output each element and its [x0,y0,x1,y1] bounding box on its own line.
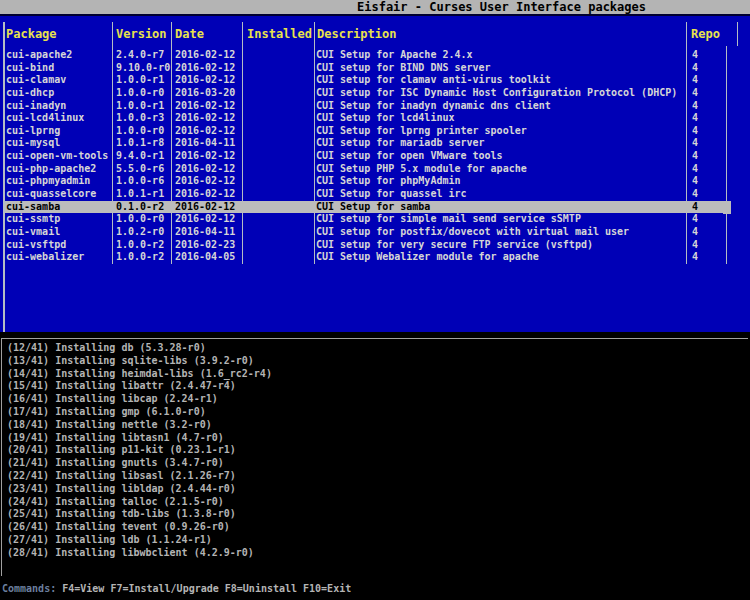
version-cell: 1.0.0-r0 [116,87,164,100]
terminal-line: (26/41) Installing tevent (0.9.26-r0) [7,521,747,534]
scrollbar-thumb[interactable] [723,201,731,214]
description-cell: CUI setup for clamav anti-virus toolkit [316,74,551,87]
repo-cell: 4 [692,226,698,239]
package-cell: cui-lprng [6,125,60,138]
repo-cell: 4 [692,87,698,100]
date-cell: 2016-02-12 [175,125,235,138]
version-cell: 1.0.0-r3 [116,112,164,125]
column-header-repo: Repo [691,22,720,46]
package-cell: cui-open-vm-tools [6,150,108,163]
status-bar-label: Commands: [2,583,56,594]
terminal-left-border [1,338,2,576]
app-title: Eisfair - Curses User Interface packages [357,0,646,14]
table-row-cui-lprng[interactable]: cui-lprng1.0.0-r02016-02-12CUI Setup for… [0,125,750,138]
table-row-cui-samba[interactable]: cui-samba0.1.0-r22016-02-12CUI Setup for… [0,201,750,214]
package-cell: cui-inadyn [6,100,66,113]
description-cell: CUI Setup for inadyn dynamic dns client [316,100,551,113]
description-cell: CUI setup for ISC Dynamic Host Configura… [316,87,677,100]
eisfair-package-manager-screen: Eisfair - Curses User Interface packages… [0,0,750,600]
version-cell: 1.0.1-r1 [116,188,164,201]
terminal-line: (16/41) Installing libcap (2.24-r1) [7,393,747,406]
version-cell: 1.0.0-r0 [116,213,164,226]
date-cell: 2016-02-12 [175,188,235,201]
description-cell: CUI setup for open VMware tools [316,150,503,163]
date-cell: 2016-02-12 [175,100,235,113]
repo-cell: 4 [692,213,698,226]
table-row-cui-clamav[interactable]: cui-clamav1.0.0-r12016-02-12CUI setup fo… [0,74,750,87]
table-row-cui-ssmtp[interactable]: cui-ssmtp1.0.0-r02016-02-12CUI setup for… [0,213,750,226]
version-cell: 1.0.0-r2 [116,239,164,252]
scrollbar-track[interactable] [726,46,727,264]
table-row-cui-php-apache2[interactable]: cui-php-apache25.5.0-r62016-02-12CUI Set… [0,163,750,176]
table-row-cui-phpmyadmin[interactable]: cui-phpmyadmin1.0.0-r62016-02-12CUI Setu… [0,175,750,188]
status-bar-commands: F4=View F7=Install/Upgrade F8=Uninstall … [62,583,351,594]
package-cell: cui-webalizer [6,251,84,264]
version-cell: 0.1.0-r2 [116,201,164,214]
terminal-line: (18/41) Installing nettle (3.2-r0) [7,419,747,432]
table-row-cui-quasselcore[interactable]: cui-quasselcore1.0.1-r12016-02-12CUI Set… [0,188,750,201]
repo-cell: 4 [692,163,698,176]
terminal-line: (28/41) Installing libwbclient (4.2.9-r0… [7,547,747,560]
table-row-cui-vsftpd[interactable]: cui-vsftpd1.0.0-r22016-02-23CUI setup fo… [0,239,750,252]
terminal-line: (25/41) Installing tdb-libs (1.3.8-r0) [7,508,747,521]
terminal-line: (24/41) Installing talloc (2.1.5-r0) [7,496,747,509]
version-cell: 9.4.0-r1 [116,150,164,163]
date-cell: 2016-02-12 [175,163,235,176]
version-cell: 2.4.0-r7 [116,49,164,62]
version-cell: 1.0.0-r0 [116,125,164,138]
repo-cell: 4 [692,137,698,150]
package-cell: cui-phpmyadmin [6,175,90,188]
package-cell: cui-ssmtp [6,213,60,226]
table-row-cui-vmail[interactable]: cui-vmail1.0.2-r02016-04-11CUI setup for… [0,226,750,239]
package-cell: cui-samba [6,201,60,214]
table-row-cui-inadyn[interactable]: cui-inadyn1.0.0-r12016-02-12CUI Setup fo… [0,100,750,113]
repo-cell: 4 [692,201,698,214]
table-row-cui-webalizer[interactable]: cui-webalizer1.0.0-r22016-04-05CUI Setup… [0,251,750,264]
column-header-date: Date [175,22,204,46]
package-cell: cui-quasselcore [6,188,96,201]
table-row-cui-lcd4linux[interactable]: cui-lcd4linux1.0.0-r32016-02-12CUI Setup… [0,112,750,125]
description-cell: CUI Setup for samba [316,201,430,214]
version-cell: 1.0.1-r8 [116,137,164,150]
terminal-line: (13/41) Installing sqlite-libs (3.9.2-r0… [7,355,747,368]
table-row-cui-dhcp[interactable]: cui-dhcp1.0.0-r02016-03-20CUI setup for … [0,87,750,100]
date-cell: 2016-02-12 [175,213,235,226]
column-header-package: Package [6,22,57,46]
date-cell: 2016-04-11 [175,137,235,150]
description-cell: CUI setup for mariadb server [316,137,485,150]
terminal-line: (21/41) Installing gnutls (3.4.7-r0) [7,457,747,470]
description-cell: CUI Setup for quassel irc [316,188,467,201]
terminal-line: (23/41) Installing libldap (2.4.44-r0) [7,483,747,496]
table-row-cui-bind[interactable]: cui-bind9.10.0-r02016-02-12CUI setup for… [0,62,750,75]
table-row-cui-open-vm-tools[interactable]: cui-open-vm-tools9.4.0-r12016-02-12CUI s… [0,150,750,163]
status-bar: Commands: F4=View F7=Install/Upgrade F8=… [2,582,351,596]
version-cell: 5.5.0-r6 [116,163,164,176]
repo-cell: 4 [692,188,698,201]
repo-cell: 4 [692,239,698,252]
table-row-cui-mysql[interactable]: cui-mysql1.0.1-r82016-04-11CUI setup for… [0,137,750,150]
package-table-panel: PackageVersionDateInstalledDescriptionRe… [0,16,750,332]
description-cell: CUI setup for BIND DNS server [316,62,491,75]
date-cell: 2016-02-12 [175,62,235,75]
column-header-description: Description [317,22,396,46]
package-cell: cui-mysql [6,137,60,150]
version-cell: 1.0.0-r1 [116,100,164,113]
package-cell: cui-php-apache2 [6,163,96,176]
terminal-line: (12/41) Installing db (5.3.28-r0) [7,342,747,355]
table-row-cui-apache2[interactable]: cui-apache22.4.0-r72016-02-12CUI Setup f… [0,49,750,62]
description-cell: CUI Setup for lprng printer spooler [316,125,527,138]
repo-cell: 4 [692,100,698,113]
title-bar: Eisfair - Curses User Interface packages [0,0,750,14]
description-cell: CUI setup for postfix/dovecot with virtu… [316,226,629,239]
version-cell: 1.0.2-r0 [116,226,164,239]
terminal-line: (20/41) Installing p11-kit (0.23.1-r1) [7,444,747,457]
date-cell: 2016-03-20 [175,87,235,100]
terminal-line: (27/41) Installing ldb (1.1.24-r1) [7,534,747,547]
description-cell: CUI Setup for lcd4linux [316,112,454,125]
description-cell: CUI Setup for phpMyAdmin [316,175,461,188]
repo-cell: 4 [692,62,698,75]
version-cell: 1.0.0-r1 [116,74,164,87]
package-cell: cui-clamav [6,74,66,87]
description-cell: CUI Setup for Apache 2.4.x [316,49,473,62]
terminal-line: (22/41) Installing libsasl (2.1.26-r7) [7,470,747,483]
